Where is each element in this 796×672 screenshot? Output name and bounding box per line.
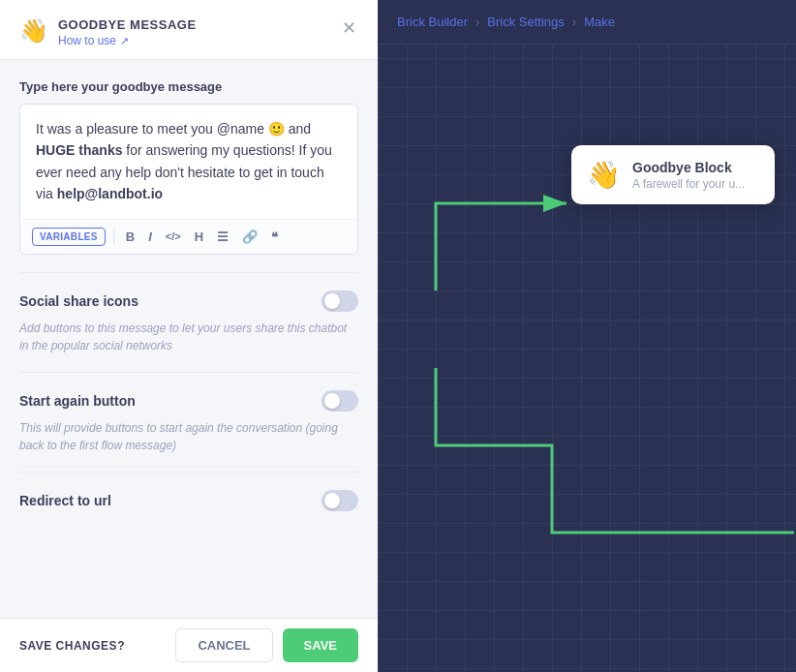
- bottom-bar: SAVE CHANGES? CANCEL SAVE: [0, 618, 378, 672]
- italic-button[interactable]: I: [144, 229, 156, 245]
- breadcrumb-sep-1: ›: [475, 15, 479, 29]
- right-panel: Brick Builder › Brick Settings › Make 👋 …: [378, 0, 796, 672]
- redirect-url-section: Redirect to url: [19, 490, 358, 511]
- social-share-label: Social share icons: [19, 293, 138, 309]
- start-again-section: Start again button This will provide but…: [19, 390, 358, 454]
- social-share-toggle[interactable]: [321, 290, 358, 312]
- cancel-button[interactable]: CANCEL: [175, 628, 272, 662]
- redirect-url-label: Redirect to url: [19, 493, 111, 508]
- social-share-section: Social share icons Add buttons to this m…: [19, 290, 358, 354]
- start-again-label: Start again button: [19, 393, 136, 409]
- message-text-area[interactable]: It was a pleasure to meet you @name 🙂 an…: [20, 105, 357, 219]
- breadcrumb-brick-builder[interactable]: Brick Builder: [397, 15, 468, 29]
- canvas-header: Brick Builder › Brick Settings › Make: [378, 0, 796, 45]
- editor-toolbar: VARIABLES B I </> H ☰ 🔗 ❝: [20, 219, 357, 254]
- divider-3: [19, 472, 358, 473]
- header-left: 👋 GOODBYE MESSAGE How to use ↗: [19, 17, 197, 47]
- breadcrumb-brick-settings[interactable]: Brick Settings: [487, 15, 564, 29]
- card-title: Goodbye Block: [632, 160, 745, 175]
- card-text-block: Goodbye Block A farewell for your u...: [632, 160, 745, 191]
- how-to-use-link[interactable]: How to use ↗: [58, 34, 197, 47]
- save-changes-label: SAVE CHANGES?: [19, 639, 125, 653]
- bottom-actions: CANCEL SAVE: [175, 628, 358, 662]
- social-share-row: Social share icons: [19, 290, 358, 312]
- toolbar-divider: [113, 229, 114, 244]
- message-editor: It was a pleasure to meet you @name 🙂 an…: [19, 104, 358, 255]
- start-again-toggle[interactable]: [321, 390, 358, 412]
- code-button[interactable]: </>: [162, 229, 185, 244]
- header-emoji: 👋: [19, 19, 48, 43]
- card-subtitle: A farewell for your u...: [632, 177, 745, 191]
- grid-background: [378, 0, 796, 672]
- social-share-desc: Add buttons to this message to let your …: [19, 320, 358, 354]
- start-again-desc: This will provide buttons to start again…: [19, 419, 358, 454]
- close-button[interactable]: ✕: [340, 17, 358, 39]
- divider-2: [19, 372, 358, 373]
- panel-title: GOODBYE MESSAGE: [58, 17, 197, 32]
- redirect-url-row: Redirect to url: [19, 490, 358, 511]
- quote-button[interactable]: ❝: [267, 229, 282, 245]
- save-button[interactable]: SAVE: [283, 628, 358, 662]
- start-again-row: Start again button: [19, 390, 358, 412]
- link-button[interactable]: 🔗: [238, 229, 261, 245]
- goodbye-card: 👋 Goodbye Block A farewell for your u...: [571, 145, 775, 204]
- left-panel: 👋 GOODBYE MESSAGE How to use ↗ ✕ Type he…: [0, 0, 378, 672]
- heading-button[interactable]: H: [191, 229, 207, 245]
- list-button[interactable]: ☰: [213, 229, 232, 245]
- redirect-url-toggle[interactable]: [321, 490, 358, 511]
- card-emoji: 👋: [587, 159, 621, 191]
- bold-button[interactable]: B: [122, 229, 138, 245]
- external-link-icon: ↗: [120, 35, 129, 47]
- editor-section-label: Type here your goodbye message: [19, 79, 358, 94]
- panel-header: 👋 GOODBYE MESSAGE How to use ↗ ✕: [0, 0, 378, 60]
- divider-1: [19, 272, 358, 273]
- breadcrumb-make[interactable]: Make: [584, 15, 615, 29]
- panel-content: Type here your goodbye message It was a …: [0, 60, 378, 618]
- variables-button[interactable]: VARIABLES: [32, 228, 106, 246]
- breadcrumb-sep-2: ›: [572, 15, 576, 29]
- header-text-block: GOODBYE MESSAGE How to use ↗: [58, 17, 197, 47]
